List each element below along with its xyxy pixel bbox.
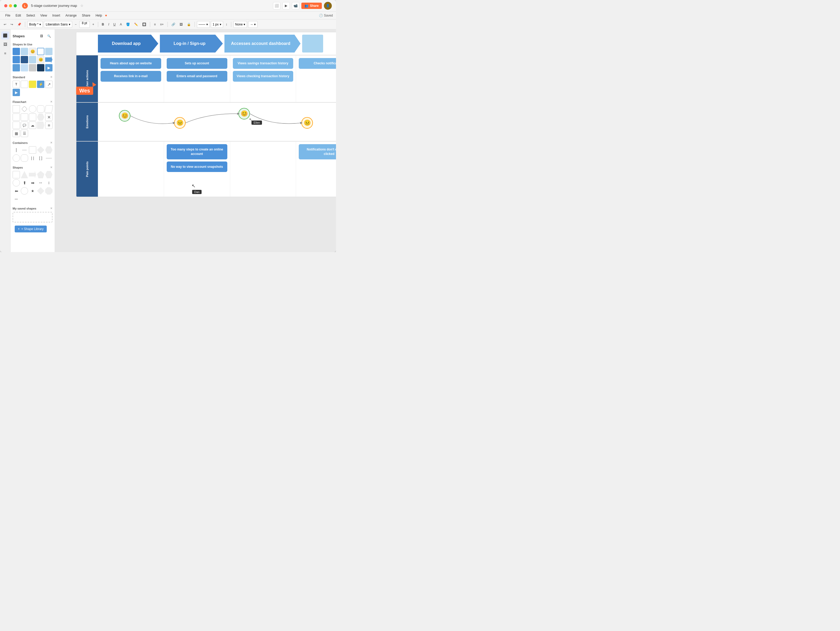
cont-bracket[interactable]: [ ] [37, 154, 44, 162]
std-line[interactable]: ↗ [45, 81, 52, 88]
align-button[interactable]: ≡ [152, 21, 157, 28]
pin-button[interactable]: 📌 [16, 21, 23, 28]
redo-button[interactable]: ↪ [9, 21, 15, 28]
bold-button[interactable]: B [100, 21, 106, 28]
flowchart-header[interactable]: Flowchart ✕ [13, 99, 52, 104]
cont-line-v[interactable]: | [13, 146, 20, 153]
fc-cylinder[interactable] [29, 114, 36, 121]
pain-card-no-view[interactable]: No way to view account snapshots [167, 161, 227, 172]
star-icon[interactable]: ☆ [81, 4, 84, 8]
flowchart-close-btn[interactable]: ✕ [50, 100, 52, 103]
font-size-plus[interactable]: + [91, 21, 96, 28]
cont-diamond[interactable] [37, 146, 44, 153]
std-rect[interactable] [21, 81, 28, 88]
shape-rect-light[interactable] [45, 48, 52, 55]
cont-rounded[interactable] [21, 154, 28, 162]
cont-line2[interactable]: ──── [45, 154, 52, 162]
fill-button[interactable]: 🪣 [125, 21, 131, 28]
fc-rect2[interactable] [13, 114, 20, 121]
fc-list[interactable]: ☰ [21, 130, 28, 137]
fc-cross[interactable]: ✕ [45, 114, 52, 121]
fc-rect[interactable] [13, 105, 20, 113]
shape-arrow-rect[interactable] [45, 56, 52, 63]
menu-share[interactable]: Share [80, 13, 92, 18]
action-card-hears[interactable]: Hears about app on website [101, 58, 161, 69]
menu-select[interactable]: Select [24, 13, 37, 18]
underline-button[interactable]: U [112, 21, 117, 28]
menu-edit[interactable]: Edit [13, 13, 23, 18]
sh-oval[interactable] [13, 179, 20, 187]
end-arrow-dropdown[interactable]: → ▾ [248, 21, 257, 28]
fc-db[interactable]: ⊞ [45, 122, 52, 129]
action-card-checking[interactable]: Views checking transaction history [233, 71, 294, 82]
sh-circle[interactable] [21, 187, 28, 195]
shape-blue-square2[interactable] [13, 56, 20, 63]
monitor-icon[interactable]: ⬜ [273, 2, 280, 9]
cont-pipe-v[interactable]: | | [29, 154, 36, 162]
fc-rounded[interactable] [37, 105, 44, 113]
text-color-button[interactable]: A [118, 21, 123, 28]
fc-diamond[interactable] [22, 106, 28, 112]
menu-file[interactable]: File [3, 13, 12, 18]
shape-light3[interactable] [21, 64, 28, 71]
layers-icon[interactable]: ≡ [1, 49, 9, 57]
image-button[interactable]: 🖼 [178, 21, 184, 28]
saved-shapes-header[interactable]: My saved shapes ✕ [13, 206, 52, 211]
line-style-dropdown[interactable]: ─── ▾ [197, 21, 210, 28]
sh-arrow-u[interactable]: ⬆ [21, 179, 28, 187]
action-card-receives-link[interactable]: Receives link in e-mail [101, 71, 161, 82]
shape-smiley-neutral[interactable]: 😐 [37, 56, 44, 63]
containers-close-btn[interactable]: ✕ [50, 141, 52, 144]
shape-dark-blue[interactable] [21, 56, 28, 63]
fc-parallelogram[interactable] [45, 105, 53, 113]
sh-pentagon[interactable] [37, 171, 44, 178]
fc-rect4[interactable] [13, 122, 20, 129]
fc-oval[interactable] [29, 105, 36, 113]
fc-cloud[interactable]: ☁ [29, 122, 36, 129]
list-button[interactable]: ≡+ [159, 21, 165, 28]
font-size-input[interactable]: 8 pt [79, 21, 90, 28]
action-card-notifications[interactable]: Checks notifications [299, 58, 336, 69]
std-text[interactable]: T [13, 81, 20, 88]
menu-view[interactable]: View [38, 13, 49, 18]
line-direction-button[interactable]: ↕ [224, 21, 229, 28]
font-dropdown[interactable]: Liberation Sans ▾ [44, 21, 72, 28]
italic-button[interactable]: I [107, 21, 111, 28]
action-card-enters-email[interactable]: Enters email and password [167, 71, 227, 82]
sh-star[interactable]: ★ [29, 187, 36, 195]
stroke-button[interactable]: 🔲 [141, 21, 148, 28]
share-button[interactable]: 👥 Share [302, 3, 322, 9]
shape-light-blue-rect[interactable] [21, 48, 28, 55]
menu-help[interactable]: Help [93, 13, 104, 18]
fc-tag[interactable] [37, 122, 44, 129]
pain-card-notifications[interactable]: Notifications don't clear when clicked [299, 144, 336, 160]
undo-button[interactable]: ↩ [2, 21, 8, 28]
fc-rect3[interactable] [21, 114, 28, 121]
play-icon[interactable]: ▶ [283, 2, 290, 9]
shape-light2[interactable] [29, 56, 36, 63]
minimize-dot[interactable] [9, 4, 12, 7]
fc-hex[interactable] [37, 114, 44, 121]
sh-hex2[interactable] [45, 171, 52, 178]
cont-oval[interactable] [13, 154, 20, 162]
sh-triangle[interactable] [21, 171, 28, 178]
shape-rect-outline[interactable] [37, 48, 44, 55]
sh-arrow-ud[interactable]: ↕ [45, 179, 52, 187]
shape-smiley-happy[interactable]: 😊 [29, 48, 36, 55]
sidebar-photo-btn[interactable]: 🖼 [39, 33, 45, 40]
saved-shapes-close-btn[interactable]: ✕ [50, 207, 52, 210]
link-button[interactable]: 🔗 [170, 21, 177, 28]
sh-arrow-l[interactable]: ⬅ [13, 187, 20, 195]
menu-arrange[interactable]: Arrange [63, 13, 79, 18]
cont-rect[interactable] [29, 146, 36, 153]
shapes-in-use-header[interactable]: Shapes In Use [13, 42, 52, 47]
highlight-button[interactable]: ✏️ [133, 21, 140, 28]
video-icon[interactable]: 📹 [292, 2, 299, 9]
sidebar-search-btn[interactable]: 🔍 [46, 33, 52, 40]
cont-hex[interactable] [45, 146, 52, 153]
shape-navy[interactable] [37, 64, 44, 71]
lock-button[interactable]: 🔒 [185, 21, 193, 28]
standard-header[interactable]: Standard ✕ [13, 74, 52, 79]
line-width-dropdown[interactable]: 1 px ▾ [211, 21, 223, 28]
shapes-panel-icon[interactable]: ⬛ [1, 32, 9, 40]
